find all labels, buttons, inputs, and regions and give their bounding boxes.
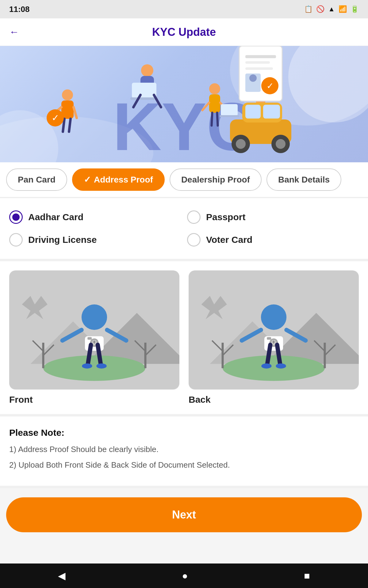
svg-rect-18 (239, 46, 282, 101)
back-upload-card[interactable]: + (189, 270, 359, 390)
home-nav-icon[interactable]: ● (182, 570, 188, 582)
svg-point-62 (82, 364, 92, 369)
svg-text:✓: ✓ (52, 113, 59, 123)
svg-line-60 (88, 345, 91, 364)
svg-text:+: + (93, 339, 96, 345)
document-type-section: Aadhar Card Passport Driving License Vot… (0, 198, 368, 261)
bottom-navigation: ◀ ● ■ (0, 564, 368, 588)
driving-license-label: Driving License (28, 235, 97, 245)
svg-line-6 (74, 107, 77, 118)
header: ← KYC Update (0, 18, 368, 46)
svg-point-46 (43, 356, 145, 381)
back-nav-icon[interactable]: ◀ (58, 570, 66, 582)
no-icon: 🚫 (316, 5, 324, 13)
wifi-icon: ▲ (328, 5, 335, 13)
svg-rect-82 (267, 337, 271, 340)
recent-nav-icon[interactable]: ■ (304, 570, 310, 582)
tab-pan-card[interactable]: Pan Card (6, 168, 67, 191)
svg-point-3 (62, 89, 73, 100)
svg-rect-37 (263, 105, 280, 119)
front-upload-card[interactable]: + (9, 270, 179, 390)
back-illustration: + (189, 270, 359, 390)
svg-point-41 (276, 139, 286, 149)
passport-label: Passport (206, 212, 245, 222)
note-item-1: 1) Address Proof Should be clearly visib… (9, 443, 359, 455)
svg-rect-14 (130, 97, 158, 100)
back-label: Back (189, 394, 359, 405)
voter-card-label: Voter Card (206, 235, 252, 245)
svg-rect-19 (245, 55, 276, 58)
note-item-2: 2) Upload Both Front Side & Back Side of… (9, 459, 359, 471)
next-button[interactable]: Next (6, 497, 362, 532)
svg-rect-13 (132, 83, 156, 98)
svg-rect-59 (87, 337, 92, 340)
svg-point-63 (96, 364, 106, 369)
note-section: Please Note: 1) Address Proof Should be … (0, 417, 368, 488)
radio-driving-license[interactable]: Driving License (9, 233, 181, 247)
tab-bank-details[interactable]: Bank Details (266, 168, 341, 191)
svg-line-30 (212, 113, 212, 126)
front-label: Front (9, 394, 179, 405)
svg-line-61 (98, 345, 101, 364)
svg-rect-20 (245, 61, 270, 64)
svg-line-31 (217, 113, 218, 126)
svg-point-26 (209, 83, 220, 94)
note-title: Please Note: (9, 428, 359, 438)
svg-line-8 (69, 119, 71, 132)
tab-dealership-proof[interactable]: Dealership Proof (170, 168, 262, 191)
svg-text:✓: ✓ (266, 81, 274, 91)
svg-point-11 (141, 64, 153, 77)
back-button[interactable]: ← (9, 26, 19, 38)
svg-point-76 (261, 304, 286, 330)
address-proof-check-icon: ✓ (84, 175, 91, 185)
back-upload-container: + Back (189, 270, 359, 405)
radio-passport[interactable]: Passport (187, 210, 359, 224)
radio-aadhar-dot (12, 213, 20, 221)
svg-rect-36 (245, 105, 261, 119)
radio-aadhar-indicator (9, 210, 23, 224)
front-illustration: + (9, 270, 179, 390)
signal-icon: 📶 (339, 5, 347, 13)
kyc-banner: KYC ✓ (0, 46, 368, 162)
battery-icon: 🔋 (351, 5, 359, 13)
radio-voter-card[interactable]: Voter Card (187, 233, 359, 247)
banner-illustration: KYC ✓ (0, 46, 368, 162)
svg-point-86 (276, 364, 286, 369)
tabs-container: Pan Card ✓ Address Proof Dealership Proo… (0, 162, 368, 198)
svg-text:+: + (272, 339, 275, 345)
svg-point-53 (82, 304, 107, 330)
front-upload-container: + Front (9, 270, 179, 405)
tab-address-proof[interactable]: ✓ Address Proof (72, 168, 165, 191)
radio-driving-indicator (9, 233, 23, 247)
svg-rect-21 (245, 67, 273, 70)
svg-point-23 (249, 74, 257, 82)
radio-aadhar-card[interactable]: Aadhar Card (9, 210, 181, 224)
aadhar-card-label: Aadhar Card (28, 212, 83, 222)
radio-voter-indicator (187, 233, 201, 247)
bottom-spacer (0, 541, 368, 566)
page-title: KYC Update (152, 26, 216, 39)
status-icons: 📋 🚫 ▲ 📶 🔋 (304, 5, 359, 13)
svg-line-83 (267, 345, 270, 364)
svg-point-69 (223, 356, 325, 381)
status-time: 11:08 (9, 5, 30, 14)
status-bar: 11:08 📋 🚫 ▲ 📶 🔋 (0, 0, 368, 18)
svg-line-84 (277, 345, 280, 364)
svg-point-85 (261, 364, 271, 369)
sim-icon: 📋 (304, 5, 312, 13)
svg-rect-27 (209, 94, 220, 113)
svg-point-39 (236, 139, 246, 149)
radio-passport-indicator (187, 210, 201, 224)
svg-rect-33 (220, 115, 239, 117)
upload-section: + Front (0, 261, 368, 417)
svg-rect-32 (221, 104, 238, 116)
